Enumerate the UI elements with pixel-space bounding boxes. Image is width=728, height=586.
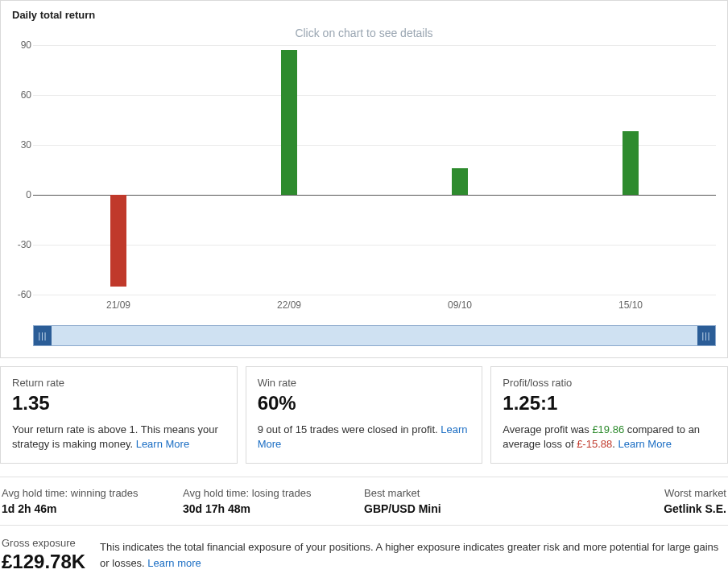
stat-label: Avg hold time: losing trades [183, 487, 364, 499]
chart-title: Daily total return [12, 9, 716, 21]
card-value: 1.25:1 [503, 392, 716, 415]
exposure-value: £129.78K [2, 551, 85, 573]
slider-right-handle[interactable]: ||| [697, 326, 715, 345]
exposure-left: Gross exposure £129.78K [2, 537, 85, 573]
card-desc-text: 9 out of 15 trades were closed in profit… [258, 423, 441, 435]
learn-more-link[interactable]: Learn More [136, 438, 189, 450]
gridline [33, 45, 716, 46]
return-rate-card: Return rate 1.35 Your return rate is abo… [0, 366, 238, 464]
gridline [33, 95, 716, 96]
card-label: Win rate [258, 377, 471, 389]
card-desc-text: Average profit was [503, 423, 592, 435]
slider-track[interactable] [52, 326, 697, 345]
stat-label: Worst market [545, 487, 726, 499]
y-tick-label: 0 [12, 189, 31, 200]
grip-icon: ||| [39, 332, 48, 340]
grip-icon: ||| [702, 332, 711, 340]
profit-amount: £19.86 [592, 423, 624, 435]
stat-value: 30d 17h 48m [183, 502, 364, 515]
y-tick-label: -60 [12, 289, 31, 300]
chart-plot-area[interactable]: -60-300306090 [33, 45, 716, 295]
metrics-cards-row: Return rate 1.35 Your return rate is abo… [0, 366, 728, 464]
avg-hold-winning-stat: Avg hold time: winning trades 1d 2h 46m [2, 487, 183, 515]
slider-left-handle[interactable]: ||| [34, 326, 52, 345]
stat-value: 1d 2h 46m [2, 502, 183, 515]
card-value: 1.35 [12, 392, 225, 415]
avg-hold-losing-stat: Avg hold time: losing trades 30d 17h 48m [183, 487, 364, 515]
chart-bar[interactable] [452, 168, 468, 195]
x-tick-label: 22/09 [277, 299, 301, 311]
x-tick-label: 15/10 [618, 299, 643, 311]
plot[interactable] [33, 45, 716, 295]
gridline [33, 145, 716, 146]
chart-bar[interactable] [623, 131, 639, 195]
y-tick-label: -30 [12, 239, 31, 250]
exposure-description: This indicates the total financial expos… [100, 539, 726, 571]
stat-label: Best market [364, 487, 545, 499]
chart-range-slider[interactable]: ||| ||| [33, 325, 716, 346]
worst-market-stat: Worst market Getlink S.E. [545, 487, 726, 515]
card-description: Average profit was £19.86 compared to an… [503, 423, 716, 452]
x-tick-label: 09/10 [448, 299, 472, 311]
loss-amount: £-15.88 [577, 438, 612, 450]
card-label: Return rate [12, 377, 225, 389]
card-description: Your return rate is above 1. This means … [12, 423, 225, 452]
gridline [33, 295, 716, 295]
gridline [33, 245, 716, 246]
best-market-stat: Best market GBP/USD Mini [364, 487, 545, 515]
profit-loss-ratio-card: Profit/loss ratio 1.25:1 Average profit … [490, 366, 728, 464]
stat-value: Getlink S.E. [545, 502, 726, 515]
zero-line [33, 195, 716, 196]
y-tick-label: 60 [12, 89, 31, 101]
chart-bar[interactable] [110, 195, 126, 287]
exposure-label: Gross exposure [2, 537, 85, 549]
win-rate-card: Win rate 60% 9 out of 15 trades were clo… [246, 366, 483, 464]
chart-bar[interactable] [281, 50, 297, 195]
daily-return-chart-panel: Daily total return Click on chart to see… [0, 0, 728, 358]
y-tick-label: 90 [12, 39, 31, 51]
stat-label: Avg hold time: winning trades [2, 487, 183, 499]
x-tick-label: 21/09 [106, 299, 130, 311]
y-axis: -60-300306090 [12, 45, 31, 295]
stat-value: GBP/USD Mini [364, 502, 545, 515]
y-tick-label: 30 [12, 139, 31, 151]
learn-more-link[interactable]: Learn more [147, 557, 201, 569]
gross-exposure-row: Gross exposure £129.78K This indicates t… [0, 537, 728, 578]
card-value: 60% [258, 392, 471, 415]
chart-hint: Click on chart to see details [1, 27, 727, 39]
card-label: Profit/loss ratio [503, 377, 716, 389]
learn-more-link[interactable]: Learn More [618, 438, 671, 450]
card-description: 9 out of 15 trades were closed in profit… [258, 423, 471, 452]
stats-row: Avg hold time: winning trades 1d 2h 46m … [0, 477, 728, 526]
x-axis: 21/0922/0909/1015/10 [33, 299, 716, 314]
